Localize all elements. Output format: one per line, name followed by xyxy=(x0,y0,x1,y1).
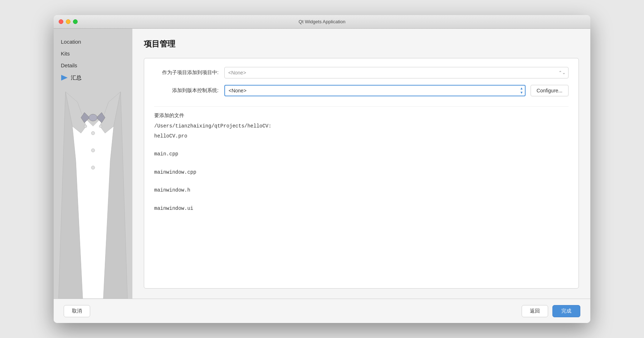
finish-button[interactable]: 完成 xyxy=(552,305,580,317)
svg-point-5 xyxy=(99,125,102,128)
minimize-button[interactable] xyxy=(66,19,70,24)
file-list-header: 要添加的文件 xyxy=(154,112,569,119)
location-label: Location xyxy=(61,39,81,45)
svg-point-3 xyxy=(91,166,95,169)
svg-point-4 xyxy=(84,125,87,128)
svg-point-0 xyxy=(89,114,97,121)
back-button[interactable]: 返回 xyxy=(522,305,548,317)
file-item-3: mainwindow.h xyxy=(154,186,569,195)
sidebar-item-details[interactable]: Details xyxy=(54,59,132,71)
main-content: Location Kits Details 汇总 xyxy=(54,29,590,299)
sidebar-item-location[interactable]: Location xyxy=(54,36,132,48)
cancel-button[interactable]: 取消 xyxy=(64,305,90,317)
main-window: Qt Widgets Application xyxy=(54,15,590,323)
file-item-1: main.cpp xyxy=(154,150,569,159)
sidebar-item-kits[interactable]: Kits xyxy=(54,48,132,59)
sidebar-item-summary[interactable]: 汇总 xyxy=(54,71,132,84)
summary-label: 汇总 xyxy=(71,74,82,81)
svg-point-2 xyxy=(91,149,95,152)
bottom-right-buttons: 返回 完成 xyxy=(522,305,580,317)
file-item-0: helloCV.pro xyxy=(154,132,569,141)
file-list-path: /Users/tianzhaixing/qtProjects/helloCV: xyxy=(154,123,569,129)
form-row-vcs: 添加到版本控制系统: <None> ▲ ▼ Configure... xyxy=(154,85,569,96)
file-item-2: mainwindow.cpp xyxy=(154,168,569,177)
sidebar: Location Kits Details 汇总 xyxy=(54,29,132,299)
maximize-button[interactable] xyxy=(73,19,78,24)
active-arrow-icon xyxy=(61,74,68,81)
sidebar-nav: Location Kits Details 汇总 xyxy=(54,36,132,84)
right-panel: 项目管理 作为子项目添加到项目中: <None> ⌃⌄ 添加到版本控制系统: xyxy=(132,29,590,299)
vcs-select[interactable]: <None> xyxy=(224,85,526,96)
tuxedo-background xyxy=(54,57,132,299)
window-title: Qt Widgets Application xyxy=(299,19,346,24)
details-label: Details xyxy=(61,62,77,68)
svg-marker-6 xyxy=(61,75,68,81)
traffic-lights xyxy=(59,19,78,24)
file-item-4: mainwindow.ui xyxy=(154,204,569,213)
vcs-select-wrapper: <None> ▲ ▼ xyxy=(224,85,526,96)
titlebar: Qt Widgets Application xyxy=(54,15,590,29)
vcs-label: 添加到版本控制系统: xyxy=(154,87,219,94)
close-button[interactable] xyxy=(59,19,63,24)
subproject-select[interactable]: <None> xyxy=(224,67,569,78)
page-title: 项目管理 xyxy=(144,39,579,49)
configure-button[interactable]: Configure... xyxy=(531,85,569,96)
kits-label: Kits xyxy=(61,50,70,57)
svg-point-1 xyxy=(91,131,95,135)
subproject-select-wrapper: <None> ⌃⌄ xyxy=(224,67,569,78)
file-list-files: helloCV.pro main.cpp mainwindow.cpp main… xyxy=(154,132,569,213)
bottom-bar: 取消 返回 完成 xyxy=(54,299,590,323)
form-area: 作为子项目添加到项目中: <None> ⌃⌄ 添加到版本控制系统: <None> xyxy=(144,58,579,289)
form-row-subproject: 作为子项目添加到项目中: <None> ⌃⌄ xyxy=(154,67,569,78)
file-list-area: 要添加的文件 /Users/tianzhaixing/qtProjects/he… xyxy=(154,106,569,280)
subproject-label: 作为子项目添加到项目中: xyxy=(154,69,219,76)
